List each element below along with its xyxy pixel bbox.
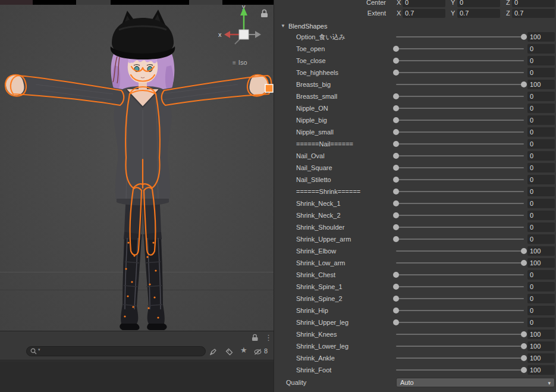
blendshape-value-field[interactable]: 0 [527, 187, 555, 196]
blendshape-slider[interactable] [396, 80, 524, 89]
blendshape-slider[interactable] [396, 318, 524, 327]
blendshape-value-field[interactable]: 100 [527, 341, 555, 351]
blendshape-slider-knob[interactable] [393, 129, 399, 135]
quality-dropdown[interactable]: Auto ▾ [396, 378, 555, 387]
blendshape-slider[interactable] [396, 282, 524, 291]
paint-icon[interactable] [209, 348, 217, 356]
blendshape-slider-knob[interactable] [393, 308, 399, 313]
blendshape-slider-knob[interactable] [521, 367, 527, 373]
blendshape-slider[interactable] [396, 330, 524, 339]
blendshape-slider-knob[interactable] [393, 189, 399, 195]
blendshape-slider-knob[interactable] [393, 165, 399, 171]
blendshape-value-field[interactable]: 100 [527, 258, 555, 268]
blendshape-value-field[interactable]: 0 [527, 199, 555, 208]
hidden-eye-icon[interactable] [254, 348, 262, 356]
blendshape-slider-knob[interactable] [393, 212, 399, 218]
blendshape-slider[interactable] [396, 163, 524, 173]
blendshape-slider-knob[interactable] [393, 319, 399, 325]
gizmo-z-axis[interactable] [235, 39, 240, 44]
blendshape-slider-knob[interactable] [393, 224, 399, 230]
extent-y-field[interactable]: 0.7 [457, 9, 500, 18]
gizmo-x-arrow[interactable] [224, 31, 230, 38]
blendshape-value-field[interactable]: 0 [527, 68, 555, 77]
center-z-field[interactable]: 0 [512, 0, 555, 7]
gizmo-y-arrow[interactable] [240, 7, 247, 15]
blendshape-slider[interactable] [396, 353, 524, 363]
search-input[interactable] [26, 346, 206, 356]
blendshape-value-field[interactable]: 0 [527, 294, 555, 303]
blendshape-slider[interactable] [396, 139, 524, 149]
blendshape-value-field[interactable]: 100 [527, 330, 555, 339]
blendshape-value-field[interactable]: 100 [527, 32, 555, 42]
blendshape-slider[interactable] [396, 341, 524, 351]
blendshape-slider[interactable] [396, 68, 524, 77]
blendshape-value-field[interactable]: 0 [527, 56, 555, 65]
blendshape-slider-knob[interactable] [521, 81, 527, 87]
blendshape-value-field[interactable]: 0 [527, 211, 555, 220]
blendshape-slider[interactable] [396, 44, 524, 54]
blendshape-value-field[interactable]: 0 [527, 127, 555, 137]
blendshape-slider[interactable] [396, 187, 524, 196]
blendshape-slider-knob[interactable] [393, 117, 399, 123]
blendshape-slider[interactable] [396, 92, 524, 101]
blendshape-slider-knob[interactable] [393, 46, 399, 52]
blendshape-slider-knob[interactable] [521, 343, 527, 349]
blendshape-value-field[interactable]: 0 [527, 270, 555, 280]
blendshape-slider[interactable] [396, 306, 524, 315]
blendshape-value-field[interactable]: 0 [527, 115, 555, 125]
blendshape-slider[interactable] [396, 294, 524, 303]
blendshape-value-field[interactable]: 100 [527, 353, 555, 363]
blendshape-slider[interactable] [396, 175, 524, 184]
blendshape-value-field[interactable]: 0 [527, 282, 555, 291]
blendshape-slider[interactable] [396, 365, 524, 375]
blendshape-value-field[interactable]: 0 [527, 318, 555, 327]
blendshape-slider[interactable] [396, 127, 524, 137]
blendshape-slider-knob[interactable] [393, 296, 399, 302]
blendshape-value-field[interactable]: 100 [527, 365, 555, 375]
blendshape-slider-knob[interactable] [393, 200, 399, 206]
blendshape-value-field[interactable]: 0 [527, 151, 555, 161]
blendshape-value-field[interactable]: 0 [527, 104, 555, 113]
center-y-field[interactable]: 0 [457, 0, 500, 7]
blendshape-slider-knob[interactable] [393, 141, 399, 147]
blendshape-slider-knob[interactable] [521, 260, 527, 266]
scene-orientation-gizmo[interactable]: y x [217, 2, 265, 47]
blendshape-value-field[interactable]: 0 [527, 92, 555, 101]
gizmo-projection-toggle[interactable]: ≡Iso [233, 59, 247, 66]
blendshape-slider[interactable] [396, 199, 524, 208]
tag-icon[interactable] [225, 348, 233, 356]
blendshapes-foldout[interactable]: ▼ BlendShapes [274, 21, 556, 31]
blendshape-value-field[interactable]: 0 [527, 175, 555, 184]
blendshape-slider-knob[interactable] [521, 34, 527, 40]
blendshape-slider-knob[interactable] [393, 153, 399, 159]
blendshape-slider-knob[interactable] [393, 93, 399, 99]
blendshape-slider[interactable] [396, 222, 524, 232]
extent-z-field[interactable]: 0.7 [512, 9, 555, 18]
blendshape-slider-knob[interactable] [521, 355, 527, 361]
lock-icon[interactable] [260, 9, 268, 18]
scene-viewport[interactable]: y x ≡Iso [0, 0, 274, 331]
blendshape-slider-knob[interactable] [393, 58, 399, 64]
gizmo-center-cube[interactable] [239, 30, 249, 39]
blendshape-value-field[interactable]: 100 [527, 80, 555, 89]
blendshape-slider[interactable] [396, 104, 524, 113]
blendshape-slider-knob[interactable] [393, 105, 399, 111]
blendshape-slider-knob[interactable] [521, 248, 527, 254]
blendshape-slider-knob[interactable] [393, 272, 399, 278]
extent-x-field[interactable]: 0.7 [403, 9, 445, 18]
blendshape-value-field[interactable]: 0 [527, 306, 555, 315]
panel-lock-icon[interactable] [252, 334, 259, 341]
character-model[interactable] [0, 0, 274, 331]
blendshape-slider[interactable] [396, 258, 524, 268]
panel-menu-icon[interactable]: ⋮ [265, 333, 272, 343]
blendshape-slider-knob[interactable] [393, 70, 399, 76]
blendshape-value-field[interactable]: 100 [527, 246, 555, 256]
blendshape-slider-knob[interactable] [521, 331, 527, 337]
gizmo-neg-x-arrow[interactable] [255, 31, 261, 38]
blendshape-slider-knob[interactable] [393, 236, 399, 242]
blendshape-slider[interactable] [396, 270, 524, 280]
star-icon[interactable]: ★ [240, 346, 247, 355]
center-x-field[interactable]: 0 [403, 0, 445, 7]
blendshape-slider[interactable] [396, 151, 524, 161]
blendshape-slider[interactable] [396, 234, 524, 244]
